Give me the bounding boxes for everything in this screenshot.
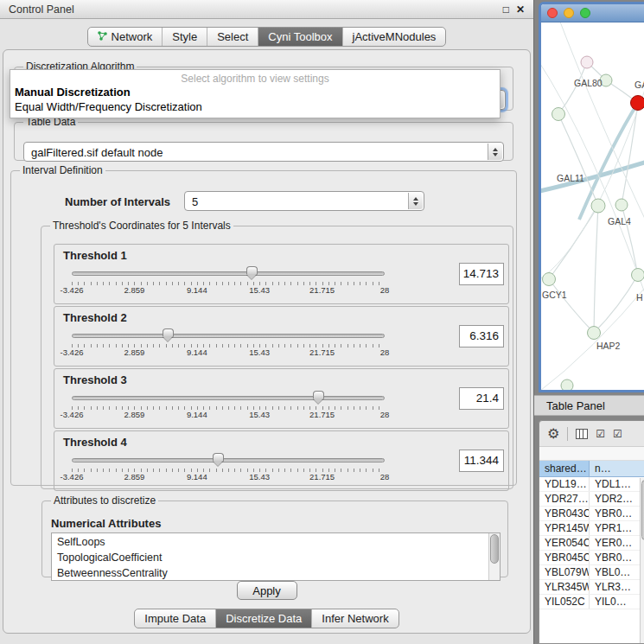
network-view-window[interactable]: GAL80GAGAL11GAL4GCY1HHAP2 bbox=[539, 2, 644, 392]
threshold-value-input[interactable]: 6.316 bbox=[459, 325, 504, 348]
tab-label: Select bbox=[217, 30, 248, 43]
table-row[interactable]: YDR27…YDR2… bbox=[539, 492, 644, 507]
cyni-toolbox-panel: Discretization Algorithm Select algorith… bbox=[3, 49, 531, 634]
table-panel-titlebar[interactable]: Table Panel bbox=[534, 395, 644, 416]
slider-tick-label: 9.144 bbox=[187, 472, 207, 481]
slider-ruler: -3.4262.8599.14415.4321.71528 bbox=[72, 469, 385, 482]
slider-track[interactable] bbox=[72, 396, 385, 400]
checkbox-icon[interactable]: ☑ bbox=[596, 428, 605, 440]
stepper-icon bbox=[488, 143, 502, 160]
threshold-panel-1: Threshold 1 -3.4262.8599.14415.4321.7152… bbox=[54, 244, 509, 304]
network-node[interactable] bbox=[632, 269, 644, 282]
attribute-item[interactable]: TopologicalCoefficient bbox=[52, 550, 488, 565]
slider-thumb[interactable] bbox=[313, 391, 324, 399]
table-toolbar: ⚙ ☑ ☑ bbox=[539, 421, 644, 447]
threshold-label: Threshold 3 bbox=[63, 373, 127, 386]
control-panel-titlebar[interactable]: Control Panel □ ✕ bbox=[0, 0, 533, 19]
slider-thumb[interactable] bbox=[163, 328, 174, 336]
dropdown-item-manual-discretization[interactable]: Manual Discretization bbox=[10, 85, 500, 99]
table-cell: YIL0… bbox=[590, 595, 644, 609]
slider-track[interactable] bbox=[72, 458, 385, 462]
tab-style[interactable]: Style bbox=[163, 28, 207, 46]
slider-thumb[interactable] bbox=[213, 453, 224, 461]
table-panel-title: Table Panel bbox=[546, 399, 605, 412]
group-title: Interval Definition bbox=[20, 164, 105, 176]
table-row[interactable]: YBL079WYBL0… bbox=[539, 565, 644, 580]
network-node[interactable] bbox=[588, 327, 601, 340]
bottom-tabbar: Impute Data Discretize Data Infer Networ… bbox=[3, 609, 530, 628]
slider-ruler: -3.4262.8599.14415.4321.71528 bbox=[72, 406, 385, 420]
table-row[interactable]: YPR145WYPR1… bbox=[539, 521, 644, 536]
tab-impute-data[interactable]: Impute Data bbox=[135, 609, 216, 628]
close-traffic-light-icon[interactable] bbox=[547, 8, 558, 18]
slider-tick-label: 2.859 bbox=[124, 472, 145, 481]
network-node[interactable] bbox=[615, 199, 628, 211]
control-panel-tabbar: Network Style Select Cyni Toolbox jActiv… bbox=[0, 27, 533, 47]
table-row[interactable]: YDL19…YDL1… bbox=[539, 477, 644, 492]
columns-icon[interactable] bbox=[576, 429, 588, 439]
table-row[interactable]: YBR043CYBR0… bbox=[539, 507, 644, 521]
gear-icon[interactable]: ⚙ bbox=[547, 425, 559, 442]
control-panel-window: Control Panel □ ✕ Network bbox=[0, 0, 534, 644]
slider-track[interactable] bbox=[72, 271, 385, 276]
column-header-shared-name[interactable]: shared… bbox=[539, 461, 590, 477]
float-window-icon[interactable]: □ bbox=[503, 3, 509, 16]
column-header-name[interactable]: n… bbox=[590, 461, 644, 477]
threshold-slider[interactable] bbox=[72, 391, 385, 405]
network-edge bbox=[558, 114, 598, 206]
minimize-traffic-light-icon[interactable] bbox=[564, 8, 574, 18]
slider-tick-label: 28 bbox=[380, 472, 390, 481]
numerical-attributes-list[interactable]: SelfLoopsTopologicalCoefficientBetweenne… bbox=[51, 532, 501, 581]
table-cell: YBR045C bbox=[539, 551, 590, 564]
num-intervals-select[interactable]: 5 bbox=[184, 191, 424, 211]
threshold-slider[interactable] bbox=[72, 453, 385, 467]
table-row[interactable]: YIL052CYIL0… bbox=[539, 595, 644, 609]
slider-tick-label: 9.144 bbox=[187, 348, 207, 357]
network-node[interactable] bbox=[561, 379, 573, 392]
list-scrollbar[interactable] bbox=[488, 533, 500, 580]
screen: Control Panel □ ✕ Network bbox=[0, 0, 644, 644]
threshold-value-input[interactable]: 11.344 bbox=[459, 450, 504, 472]
threshold-value-input[interactable]: 21.4 bbox=[459, 387, 504, 410]
dropdown-item-equal-width[interactable]: Equal Width/Frequency Discretization bbox=[10, 99, 500, 114]
attribute-item[interactable]: BetweennessCentrality bbox=[52, 565, 488, 581]
slider-thumb[interactable] bbox=[246, 266, 258, 274]
table-row[interactable]: YER054CYER0… bbox=[539, 536, 644, 551]
tab-label: Cyni Toolbox bbox=[268, 30, 332, 43]
network-node-label: GA bbox=[634, 80, 644, 90]
threshold-slider[interactable] bbox=[72, 328, 385, 342]
slider-tick-label: 2.859 bbox=[124, 410, 145, 419]
apply-button[interactable]: Apply bbox=[237, 581, 297, 600]
tab-jactivemnodules[interactable]: jActiveMNodules bbox=[343, 28, 446, 46]
network-window-titlebar[interactable] bbox=[541, 4, 644, 22]
threshold-slider[interactable] bbox=[72, 266, 385, 280]
table-cell: YBR0… bbox=[590, 551, 644, 564]
attribute-item[interactable]: SelfLoops bbox=[52, 534, 488, 550]
zoom-traffic-light-icon[interactable] bbox=[580, 8, 590, 18]
scrollbar-thumb[interactable] bbox=[490, 534, 499, 564]
network-node[interactable] bbox=[543, 273, 556, 286]
network-canvas[interactable]: GAL80GAGAL11GAL4GCY1HHAP2 bbox=[541, 22, 644, 392]
table-header-row: shared… n… bbox=[539, 461, 644, 477]
slider-track[interactable] bbox=[72, 334, 385, 338]
close-icon[interactable]: ✕ bbox=[516, 3, 525, 16]
table-row[interactable]: YBR045CYBR0… bbox=[539, 551, 644, 565]
tab-discretize-data[interactable]: Discretize Data bbox=[216, 609, 312, 628]
slider-tick-label: 28 bbox=[380, 285, 390, 295]
checkbox-icon[interactable]: ☑ bbox=[613, 428, 622, 440]
table-row[interactable]: YLR345WYLR3… bbox=[539, 580, 644, 595]
tab-cyni-toolbox[interactable]: Cyni Toolbox bbox=[258, 28, 342, 46]
group-title: Attributes to discretize bbox=[51, 494, 158, 507]
table-data-select[interactable]: galFiltered.sif default node bbox=[23, 142, 504, 162]
tab-select[interactable]: Select bbox=[207, 28, 258, 46]
network-node[interactable] bbox=[552, 108, 565, 121]
threshold-value-input[interactable]: 14.713 bbox=[459, 263, 504, 285]
table-cell: YDL1… bbox=[590, 477, 644, 491]
tab-infer-network[interactable]: Infer Network bbox=[312, 609, 398, 628]
table-scrollbar[interactable] bbox=[640, 478, 644, 643]
network-node[interactable] bbox=[631, 96, 644, 111]
tab-network[interactable]: Network bbox=[88, 28, 163, 46]
network-node[interactable] bbox=[581, 56, 593, 68]
network-edge bbox=[594, 206, 598, 333]
network-node[interactable] bbox=[591, 199, 605, 213]
